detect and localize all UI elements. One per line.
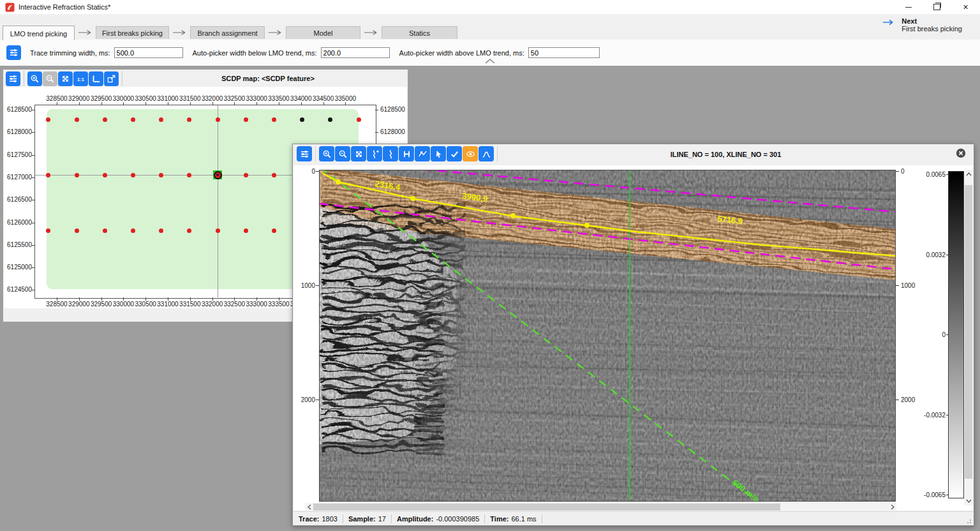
toolbar-histogram-button[interactable] <box>479 146 494 161</box>
toolbar-eye-button[interactable] <box>463 146 478 161</box>
main-area: 1:1 SCDP map: <SCDP feature> 32850032850… <box>0 66 980 531</box>
scdp-point[interactable] <box>75 117 79 122</box>
status-label-2: Amplitude: <box>397 515 433 523</box>
map-y-tick <box>375 132 378 133</box>
toolbar-sliders-button[interactable] <box>6 71 20 86</box>
tab-first-breaks-picking[interactable]: First breaks picking <box>96 26 169 39</box>
tab-lmo-trend-picking[interactable]: LMO trend picking <box>3 26 75 40</box>
vertical-scrollbar[interactable] <box>964 170 973 505</box>
param-input-2[interactable] <box>528 47 600 58</box>
toolbar-wiggle-plus-button[interactable] <box>367 146 382 161</box>
map-y-tick-label: 6126500 <box>4 196 32 203</box>
toolbar-sliders-button[interactable] <box>297 146 312 161</box>
scdp-point[interactable] <box>75 173 79 177</box>
scdp-point[interactable] <box>272 173 276 177</box>
toolbar-wiggle-button[interactable] <box>383 146 398 161</box>
minimize-button[interactable] <box>894 0 923 14</box>
scdp-point[interactable] <box>131 173 135 177</box>
sliders-icon <box>9 48 19 57</box>
scdp-point[interactable] <box>272 117 276 122</box>
param-input-0[interactable] <box>114 47 183 58</box>
toolbar-pick-cursor-button[interactable] <box>431 146 446 161</box>
tab-statics[interactable]: Statics <box>382 26 457 39</box>
horizontal-scroll-thumb[interactable] <box>313 504 780 511</box>
scdp-point[interactable] <box>187 173 191 177</box>
toolbar-zoom-out-button[interactable] <box>43 71 57 86</box>
toolbar-separator <box>122 71 122 86</box>
titlebar: Interactive Refraction Statics* × <box>0 0 980 14</box>
toolbar-pick-polyline-button[interactable] <box>415 146 430 161</box>
maximize-button[interactable] <box>923 0 951 14</box>
wiggle-icon <box>386 149 396 159</box>
resize-grip[interactable] <box>966 518 971 523</box>
map-y-tick <box>32 155 35 156</box>
status-separator <box>484 514 485 523</box>
scdp-point[interactable] <box>159 173 163 177</box>
toolbar-zoom-in-button[interactable] <box>27 71 42 86</box>
scroll-right-icon[interactable] <box>888 503 896 511</box>
axes-ruler-icon <box>91 74 101 84</box>
map-x-tick <box>123 102 124 105</box>
toolbar-axes-ruler-button[interactable] <box>89 71 103 86</box>
toolbar-fit-button[interactable] <box>58 71 73 86</box>
scdp-point[interactable] <box>244 117 248 122</box>
colorbar-tick <box>946 415 949 415</box>
window-title: Interactive Refraction Statics* <box>19 3 110 11</box>
seismic-close-button[interactable] <box>956 148 966 158</box>
close-button[interactable]: × <box>951 0 980 14</box>
time-tick-right <box>896 171 899 172</box>
map-x-tick <box>279 102 279 105</box>
params-settings-button[interactable] <box>6 45 21 60</box>
toolbar-h-scale-button[interactable] <box>399 146 414 161</box>
scroll-left-icon[interactable] <box>305 503 313 511</box>
status-label-0: Trace: <box>299 515 319 523</box>
toolbar-export-button[interactable] <box>104 71 119 86</box>
scdp-point[interactable] <box>328 117 332 122</box>
toolbar-zoom-in-button[interactable] <box>319 146 334 161</box>
seismic-section-window: ILINE_NO = 100, XLINE_NO = 301 600 m/s23… <box>292 144 974 526</box>
tab-model[interactable]: Model <box>286 26 360 39</box>
scdp-point[interactable] <box>159 117 163 122</box>
workflow-tabs: LMO trend pickingFirst breaks pickingBra… <box>3 26 457 39</box>
vertical-scroll-thumb[interactable] <box>965 185 972 479</box>
scdp-point[interactable] <box>300 117 304 122</box>
toolbar-check-button[interactable] <box>447 146 462 161</box>
param-label-2: Auto-picker width above LMO trend, ms: <box>399 49 524 57</box>
map-y-tick <box>32 110 35 110</box>
scdp-point[interactable] <box>244 173 248 177</box>
seismic-window-title: ILINE_NO = 100, XLINE_NO = 301 <box>503 146 948 163</box>
scdp-point[interactable] <box>187 117 191 122</box>
scdp-point[interactable] <box>357 117 361 122</box>
param-input-1[interactable] <box>321 47 390 58</box>
scdp-point[interactable] <box>216 117 220 122</box>
tab-branch-assignment[interactable]: Branch assignment <box>190 26 265 39</box>
map-title: SCDP map: <SCDP feature> <box>131 71 405 86</box>
zoom-out-icon <box>45 74 55 84</box>
scdp-point[interactable] <box>103 117 107 122</box>
map-x-tick <box>212 102 213 105</box>
toolbar-one-to-one-button[interactable]: 1:1 <box>73 71 88 86</box>
map-y-tick-label: 6125000 <box>4 264 32 271</box>
scroll-down-icon[interactable] <box>964 497 973 505</box>
param-label-0: Trace trimming width, ms: <box>30 49 110 57</box>
seismic-image[interactable]: 600 m/s2316.43990.95716.9 <box>319 170 896 502</box>
map-y-tick <box>32 132 35 133</box>
map-y-tick <box>32 223 35 223</box>
next-title: Next <box>902 17 962 25</box>
toolbar-zoom-out-button[interactable] <box>335 146 350 161</box>
map-y-tick-label: 6127500 <box>4 151 32 158</box>
status-value-1: 17 <box>378 515 386 523</box>
toolbar-separator <box>315 146 316 161</box>
scdp-point[interactable] <box>131 117 135 122</box>
workflow-arrow-icon <box>75 26 96 39</box>
next-step-button[interactable]: Next First breaks picking <box>882 17 962 33</box>
scroll-up-icon[interactable] <box>964 170 973 179</box>
time-tick-label-right: 1000 <box>901 282 924 289</box>
zoom-in-icon <box>322 149 332 159</box>
collapse-panel-chevron[interactable] <box>484 58 496 65</box>
toolbar-fit-button[interactable] <box>351 146 366 161</box>
horizontal-scrollbar[interactable] <box>305 503 896 511</box>
scdp-point[interactable] <box>103 173 107 177</box>
next-arrow-icon <box>882 17 896 26</box>
time-tick-label-left: 1000 <box>295 282 315 289</box>
